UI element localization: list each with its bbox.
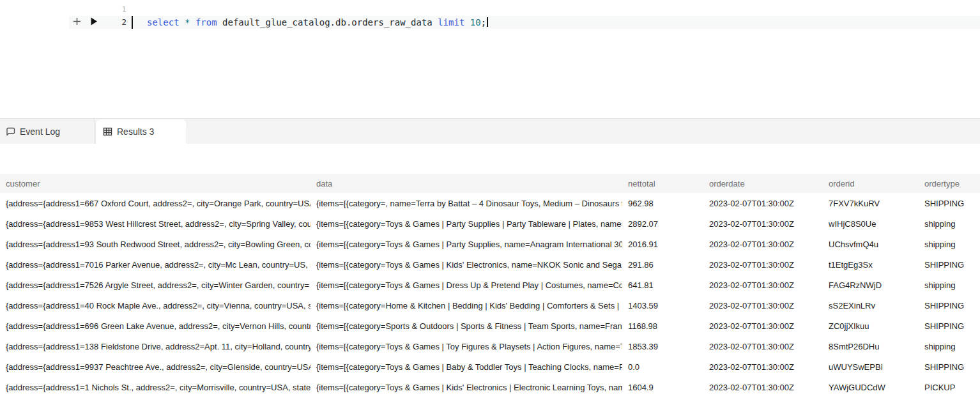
table-row[interactable]: {address={address1=1 Nichols St., addres… bbox=[0, 377, 980, 397]
cell-orderid: YAWjGUDCdW bbox=[823, 377, 919, 397]
cell-ordertype: shipping bbox=[919, 213, 980, 234]
tab-label: Event Log bbox=[20, 126, 60, 137]
results-tabbar: Event LogResults 3 bbox=[0, 118, 980, 144]
cell-ordertype: SHIPPING bbox=[919, 193, 980, 213]
line-number: 2 bbox=[101, 16, 126, 29]
code-token: default_glue_catalog.db.orders_raw_data bbox=[217, 17, 438, 27]
cell-orderdate: 2023-02-07T01:30:00Z bbox=[703, 254, 823, 275]
tab-results-3[interactable]: Results 3 bbox=[95, 119, 187, 144]
column-header-ordertype[interactable]: ordertype bbox=[919, 174, 980, 193]
cell-data: {items=[{category=Toys & Games | Party S… bbox=[310, 234, 622, 254]
cell-orderid: ZC0jjXIkuu bbox=[823, 316, 919, 336]
run-query-button[interactable] bbox=[90, 16, 98, 29]
cell-orderdate: 2023-02-07T01:30:00Z bbox=[703, 213, 823, 234]
cell-nettotal: 1403.59 bbox=[622, 295, 703, 316]
cell-nettotal: 2016.91 bbox=[622, 234, 703, 254]
cell-data: {items=[{category=Toys & Games | Kids' E… bbox=[310, 377, 622, 397]
editor-line[interactable]: 2select * from default_glue_catalog.db.o… bbox=[0, 16, 980, 29]
tab-label: Results 3 bbox=[117, 126, 154, 137]
table-body: {address={address1=667 Oxford Court, add… bbox=[0, 193, 980, 397]
code-token: select bbox=[147, 17, 180, 27]
cell-data: {items=[{category=, name=Terra by Battat… bbox=[310, 193, 622, 213]
code-token: ; bbox=[481, 17, 486, 27]
code-token bbox=[464, 17, 470, 27]
line-number: 1 bbox=[101, 3, 126, 16]
tabs-container: Event LogResults 3 bbox=[0, 119, 980, 144]
cell-orderdate: 2023-02-07T01:30:00Z bbox=[703, 193, 823, 213]
table-header-row: customerdatanettotalorderdateorderidorde… bbox=[0, 174, 980, 193]
cell-customer: {address={address1=9937 Peachtree Ave., … bbox=[0, 356, 310, 377]
cell-ordertype: shipping bbox=[919, 234, 980, 254]
cell-orderid: UChsvfmQ4u bbox=[823, 234, 919, 254]
cell-orderdate: 2023-02-07T01:30:00Z bbox=[703, 336, 823, 356]
cell-customer: {address={address1=138 Fieldstone Drive,… bbox=[0, 336, 310, 356]
cell-ordertype: shipping bbox=[919, 275, 980, 295]
cell-ordertype: SHIPPING bbox=[919, 254, 980, 275]
cell-customer: {address={address1=7016 Parker Avenue, a… bbox=[0, 254, 310, 275]
cell-orderdate: 2023-02-07T01:30:00Z bbox=[703, 377, 823, 397]
cell-customer: {address={address1=9853 West Hillcrest S… bbox=[0, 213, 310, 234]
statement-indicator bbox=[132, 16, 133, 29]
column-header-customer[interactable]: customer bbox=[0, 174, 310, 193]
results-table: customerdatanettotalorderdateorderidorde… bbox=[0, 174, 980, 397]
cell-ordertype: SHIPPING bbox=[919, 356, 980, 377]
column-header-orderdate[interactable]: orderdate bbox=[703, 174, 823, 193]
table-row[interactable]: {address={address1=667 Oxford Court, add… bbox=[0, 193, 980, 213]
column-header-orderid[interactable]: orderid bbox=[823, 174, 919, 193]
table-row[interactable]: {address={address1=40 Rock Maple Ave., a… bbox=[0, 295, 980, 316]
cell-orderdate: 2023-02-07T01:30:00Z bbox=[703, 295, 823, 316]
cell-orderid: wIHjC8S0Ue bbox=[823, 213, 919, 234]
table-row[interactable]: {address={address1=696 Green Lake Avenue… bbox=[0, 316, 980, 336]
cell-customer: {address={address1=696 Green Lake Avenue… bbox=[0, 316, 310, 336]
table-row[interactable]: {address={address1=9937 Peachtree Ave., … bbox=[0, 356, 980, 377]
cell-ordertype: SHIPPING bbox=[919, 316, 980, 336]
add-statement-button[interactable] bbox=[73, 16, 81, 29]
cell-ordertype: SHIPPING bbox=[919, 295, 980, 316]
code-token: limit bbox=[438, 17, 464, 27]
cell-orderid: t1EtgEg3Sx bbox=[823, 254, 919, 275]
cell-nettotal: 2892.07 bbox=[622, 213, 703, 234]
cell-nettotal: 291.86 bbox=[622, 254, 703, 275]
table-row[interactable]: {address={address1=7526 Argyle Street, a… bbox=[0, 275, 980, 295]
cell-orderid: sS2EXinLRv bbox=[823, 295, 919, 316]
cell-data: {items=[{category=Sports & Outdoors | Sp… bbox=[310, 316, 622, 336]
editor-lines: 12select * from default_glue_catalog.db.… bbox=[0, 3, 980, 29]
chat-icon bbox=[5, 126, 16, 137]
sql-editor[interactable]: 12select * from default_glue_catalog.db.… bbox=[0, 0, 980, 118]
table-row[interactable]: {address={address1=93 South Redwood Stre… bbox=[0, 234, 980, 254]
cell-nettotal: 641.81 bbox=[622, 275, 703, 295]
cell-data: {items=[{category=Toys & Games | Dress U… bbox=[310, 275, 622, 295]
column-header-nettotal[interactable]: nettotal bbox=[622, 174, 703, 193]
cell-data: {items=[{category=Toys & Games | Party S… bbox=[310, 213, 622, 234]
cell-orderid: uWUYSwEPBi bbox=[823, 356, 919, 377]
play-icon bbox=[90, 17, 98, 27]
cell-orderdate: 2023-02-07T01:30:00Z bbox=[703, 234, 823, 254]
cell-orderid: FAG4RzNWjD bbox=[823, 275, 919, 295]
code-token bbox=[190, 17, 195, 27]
cell-customer: {address={address1=7526 Argyle Street, a… bbox=[0, 275, 310, 295]
results-panel: customerdatanettotalorderdateorderidorde… bbox=[0, 174, 980, 397]
table-row[interactable]: {address={address1=9853 West Hillcrest S… bbox=[0, 213, 980, 234]
tab-event-log[interactable]: Event Log bbox=[0, 119, 95, 144]
code-token bbox=[180, 17, 185, 27]
editor-line[interactable]: 1 bbox=[0, 3, 980, 16]
cell-customer: {address={address1=1 Nichols St., addres… bbox=[0, 377, 310, 397]
cell-nettotal: 962.98 bbox=[622, 193, 703, 213]
cell-orderid: 8SmtP26DHu bbox=[823, 336, 919, 356]
table-icon bbox=[102, 126, 113, 137]
cell-orderid: 7FXV7kKuRV bbox=[823, 193, 919, 213]
table-row[interactable]: {address={address1=138 Fieldstone Drive,… bbox=[0, 336, 980, 356]
cell-nettotal: 1853.39 bbox=[622, 336, 703, 356]
statement-actions bbox=[73, 16, 98, 29]
cell-data: {items=[{category=Toys & Games | Baby & … bbox=[310, 356, 622, 377]
table-row[interactable]: {address={address1=7016 Parker Avenue, a… bbox=[0, 254, 980, 275]
plus-icon bbox=[73, 17, 81, 27]
code-token: 10 bbox=[470, 17, 481, 27]
cell-orderdate: 2023-02-07T01:30:00Z bbox=[703, 316, 823, 336]
cell-nettotal: 0.0 bbox=[622, 356, 703, 377]
cell-data: {items=[{category=Toys & Games | Toy Fig… bbox=[310, 336, 622, 356]
column-header-data[interactable]: data bbox=[310, 174, 622, 193]
cell-data: {items=[{category=Home & Kitchen | Beddi… bbox=[310, 295, 622, 316]
cell-nettotal: 1168.98 bbox=[622, 316, 703, 336]
cell-customer: {address={address1=93 South Redwood Stre… bbox=[0, 234, 310, 254]
